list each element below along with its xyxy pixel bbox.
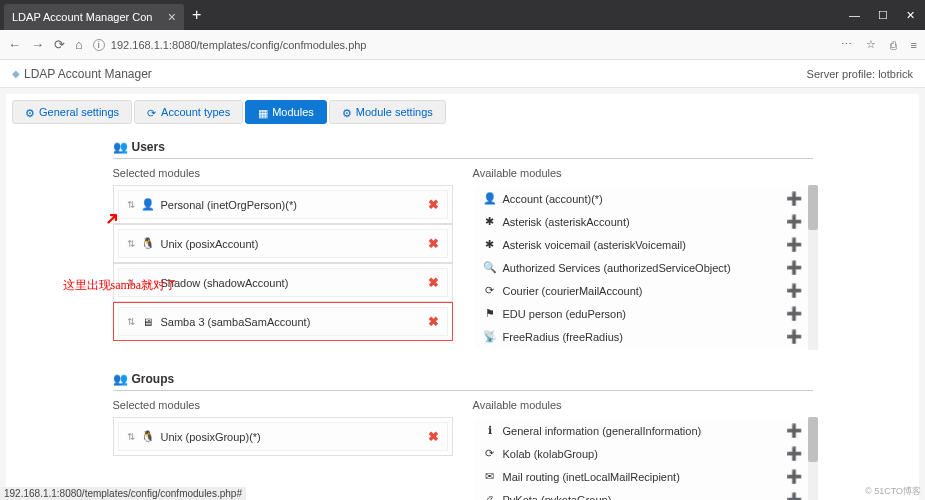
- module-label: Asterisk (asteriskAccount): [503, 216, 780, 228]
- module-label: Mail routing (inetLocalMailRecipient): [503, 471, 780, 483]
- module-label: Samba 3 (sambaSamAccount): [161, 316, 422, 328]
- available-module: ℹ General information (generalInformatio…: [475, 419, 810, 442]
- browser-tab[interactable]: LDAP Account Manager Con ×: [4, 4, 184, 30]
- module-label: General information (generalInformation): [503, 425, 780, 437]
- tab-general-settings[interactable]: ⚙General settings: [12, 100, 132, 124]
- module-icon: 👤: [141, 198, 155, 212]
- module-label: FreeRadius (freeRadius): [503, 331, 780, 343]
- maximize-icon[interactable]: ☐: [878, 9, 888, 22]
- tab-module-settings[interactable]: ⚙Module settings: [329, 100, 446, 124]
- remove-icon[interactable]: ✖: [428, 429, 439, 444]
- minimize-icon[interactable]: —: [849, 9, 860, 22]
- remove-icon[interactable]: ✖: [428, 236, 439, 251]
- groups-icon: 👥: [113, 372, 128, 386]
- scrollbar[interactable]: [808, 185, 818, 350]
- remove-icon[interactable]: ✖: [428, 197, 439, 212]
- annotation-text: 这里出现samba就对了: [63, 277, 178, 294]
- module-label: Shadow (shadowAccount): [161, 277, 422, 289]
- drag-handle-icon[interactable]: ⇅: [127, 238, 135, 249]
- app-header: LDAP Account Manager Server profile: lot…: [0, 60, 925, 88]
- browser-tab-bar: LDAP Account Manager Con × + — ☐ ✕: [0, 0, 925, 30]
- selected-module: ⇅ 🐧 Unix (posixGroup)(*) ✖: [113, 417, 453, 456]
- new-tab-button[interactable]: +: [192, 6, 201, 24]
- library-icon[interactable]: ⎙: [890, 39, 897, 51]
- module-label: EDU person (eduPerson): [503, 308, 780, 320]
- site-info-icon[interactable]: i: [93, 39, 105, 51]
- add-icon[interactable]: ➕: [786, 237, 802, 252]
- tab-account-types[interactable]: ⟳Account types: [134, 100, 243, 124]
- add-icon[interactable]: ➕: [786, 191, 802, 206]
- module-icon: 📡: [483, 330, 497, 344]
- settings-icon: ⚙: [342, 107, 352, 117]
- add-icon[interactable]: ➕: [786, 214, 802, 229]
- available-module: ⟳ Kolab (kolabGroup) ➕: [475, 442, 810, 465]
- drag-handle-icon[interactable]: ⇅: [127, 199, 135, 210]
- add-icon[interactable]: ➕: [786, 469, 802, 484]
- content-area: ⚙General settings ⟳Account types ▦Module…: [6, 94, 919, 500]
- reload-icon[interactable]: ⟳: [54, 37, 65, 52]
- module-icon: 🐧: [141, 237, 155, 251]
- groups-header: 👥 Groups: [113, 368, 813, 391]
- back-icon[interactable]: ←: [8, 37, 21, 52]
- module-label: Courier (courierMailAccount): [503, 285, 780, 297]
- close-window-icon[interactable]: ✕: [906, 9, 915, 22]
- tab-modules[interactable]: ▦Modules: [245, 100, 327, 124]
- module-icon: ⟳: [483, 447, 497, 461]
- remove-icon[interactable]: ✖: [428, 314, 439, 329]
- module-label: Asterisk voicemail (asteriskVoicemail): [503, 239, 780, 251]
- selected-module: ⇅ 🖥 Samba 3 (sambaSamAccount) ✖: [113, 302, 453, 341]
- meatball-menu-icon[interactable]: ⋯: [841, 38, 852, 51]
- selected-module: ⇅ 👤 Personal (inetOrgPerson)(*) ✖: [113, 185, 453, 224]
- add-icon[interactable]: ➕: [786, 283, 802, 298]
- users-icon: 👥: [113, 140, 128, 154]
- available-modules-label: Available modules: [473, 167, 813, 179]
- module-icon: ⟳: [483, 284, 497, 298]
- drag-handle-icon[interactable]: ⇅: [127, 431, 135, 442]
- available-module: 🖨 PyKota (pykotaGroup) ➕: [475, 488, 810, 500]
- module-icon: ✱: [483, 238, 497, 252]
- watermark: © 51CTO博客: [865, 485, 921, 498]
- home-icon[interactable]: ⌂: [75, 37, 83, 52]
- url-text: 192.168.1.1:8080/templates/config/confmo…: [111, 39, 367, 51]
- gear-icon: ⚙: [25, 107, 35, 117]
- bookmark-icon[interactable]: ☆: [866, 38, 876, 51]
- tab-title: LDAP Account Manager Con: [12, 11, 152, 23]
- selected-module: ⇅ 🐧 Unix (posixAccount) ✖: [113, 224, 453, 263]
- add-icon[interactable]: ➕: [786, 306, 802, 321]
- scrollbar[interactable]: [808, 417, 818, 500]
- tab-close-icon[interactable]: ×: [168, 9, 176, 25]
- app-logo: LDAP Account Manager: [12, 67, 152, 81]
- forward-icon[interactable]: →: [31, 37, 44, 52]
- module-label: Unix (posixGroup)(*): [161, 431, 422, 443]
- available-module: 📡 FreeRadius (freeRadius) ➕: [475, 325, 810, 348]
- config-tabs: ⚙General settings ⟳Account types ▦Module…: [12, 100, 913, 124]
- users-header: 👥 Users: [113, 136, 813, 159]
- available-module: ✱ Asterisk (asteriskAccount) ➕: [475, 210, 810, 233]
- add-icon[interactable]: ➕: [786, 492, 802, 500]
- module-label: PyKota (pykotaGroup): [503, 494, 780, 501]
- module-icon: 👤: [483, 192, 497, 206]
- hamburger-menu-icon[interactable]: ≡: [911, 39, 917, 51]
- add-icon[interactable]: ➕: [786, 329, 802, 344]
- available-module: 🔍 Authorized Services (authorizedService…: [475, 256, 810, 279]
- module-icon: 🔍: [483, 261, 497, 275]
- module-icon: 🐧: [141, 430, 155, 444]
- available-modules-label: Available modules: [473, 399, 813, 411]
- available-module: ⚑ EDU person (eduPerson) ➕: [475, 302, 810, 325]
- add-icon[interactable]: ➕: [786, 423, 802, 438]
- modules-icon: ▦: [258, 107, 268, 117]
- module-label: Personal (inetOrgPerson)(*): [161, 199, 422, 211]
- url-bar[interactable]: i 192.168.1.1:8080/templates/config/conf…: [93, 39, 831, 51]
- available-module: 👤 Account (account)(*) ➕: [475, 187, 810, 210]
- module-icon: ✱: [483, 215, 497, 229]
- selected-modules-label: Selected modules: [113, 399, 453, 411]
- module-label: Kolab (kolabGroup): [503, 448, 780, 460]
- module-label: Account (account)(*): [503, 193, 780, 205]
- drag-handle-icon[interactable]: ⇅: [127, 316, 135, 327]
- add-icon[interactable]: ➕: [786, 260, 802, 275]
- remove-icon[interactable]: ✖: [428, 275, 439, 290]
- module-icon: ℹ: [483, 424, 497, 438]
- server-profile: Server profile: lotbrick: [807, 68, 913, 80]
- add-icon[interactable]: ➕: [786, 446, 802, 461]
- module-icon: ✉: [483, 470, 497, 484]
